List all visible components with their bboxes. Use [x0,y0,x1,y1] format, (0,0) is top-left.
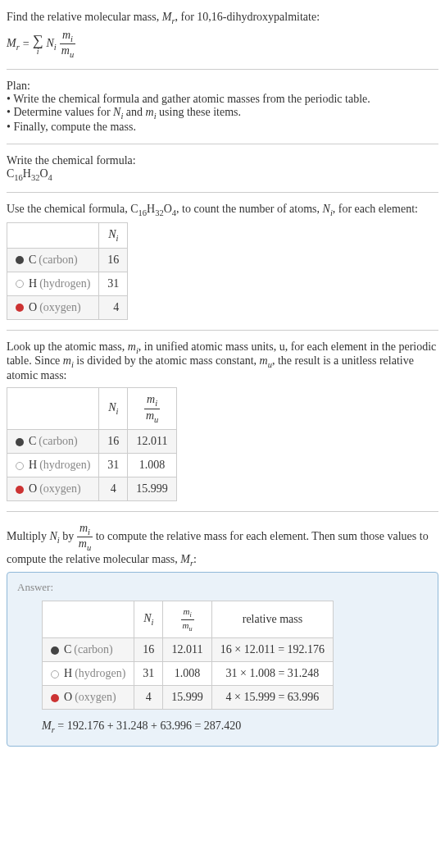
aen: (hydrogen) [75,667,125,679]
mp: Multiply [7,530,50,542]
ni-header: Ni [134,601,163,638]
carbon-dot-icon [51,646,59,655]
o: O [164,203,172,215]
eq-i: i [54,43,57,52]
divider [7,330,438,331]
cf-cn: 16 [14,173,23,182]
fnm: m [147,393,155,405]
es: C [29,435,36,447]
chemformula-title: Write the chemical formula: [7,154,438,167]
fm: M [42,720,52,732]
count-formula: C16H32O4 [130,203,176,215]
cn2: N [323,203,330,215]
table-row: O(oxygen) 4 [7,295,128,319]
hydrogen-dot-icon [51,670,59,678]
plan-b2-mid: and [123,106,145,118]
mimu-header: mi mu [163,601,212,638]
es: H [29,459,37,471]
relmass-header: relative mass [211,601,333,638]
count-ni: Ni [323,203,333,215]
afni: i [189,612,191,619]
oxygen-dot-icon [16,486,24,494]
eq-frac: mi mu [60,29,75,60]
calc-value: 4 × 15.999 = 63.996 [211,685,333,709]
mass-value: 1.008 [128,453,177,477]
element-cell: O(oxygen) [43,685,134,709]
intro-post: , for 10,16-dihydroxypalmitate: [175,11,320,23]
multiply-section: Multiply Ni by mimu to compute the relat… [7,515,438,753]
mass-value: 1.008 [163,661,212,685]
cf-hn: 32 [31,173,40,182]
count-pre: Use the chemical formula, [7,203,130,215]
cf-h: H [23,167,31,180]
element-cell: H(hydrogen) [7,272,99,295]
elem-name: (hydrogen) [39,277,90,290]
eq-ni: Ni [47,37,57,52]
ni-header: Ni [99,222,128,248]
multiply-text: Multiply Ni by mimu to compute the relat… [7,522,438,567]
mfdm: m [79,537,87,550]
count-value: 4 [99,477,128,500]
lm2: m [63,354,71,367]
ni-i: i [116,234,119,243]
calc-value: 31 × 1.008 = 31.248 [211,661,333,685]
hydrogen-dot-icon [16,280,24,288]
carbon-dot-icon [16,256,24,264]
aes: C [64,643,71,656]
plan-b2-pre: • Determine values for [7,106,113,118]
table-row: H(hydrogen) 31 [7,272,128,295]
elem-name: (oxygen) [39,301,81,313]
count-value: 31 [99,272,128,295]
element-cell: C(carbon) [7,248,99,272]
aen: (carbon) [74,643,112,656]
elem-name: (carbon) [39,254,77,266]
afdu: u [188,625,192,633]
element-cell: C(carbon) [7,429,99,453]
en: (hydrogen) [39,459,90,471]
fn: mi [144,393,160,409]
element-cell: C(carbon) [43,637,134,661]
elem-sym: O [29,301,37,313]
l1: Look up the atomic mass, [7,340,128,353]
eq-m: M [7,37,16,49]
ni-header: Ni [99,388,128,430]
frac-num: mi [60,29,75,44]
mass-value: 15.999 [163,685,212,709]
lookup-text: Look up the atomic mass, mi, in unified … [7,340,438,383]
sigma-sub: i [37,48,39,56]
eq-r: r [16,43,20,52]
mr-var: Mr [162,11,175,23]
elem-sym: C [29,254,36,266]
elem-sym: H [29,277,37,290]
atom-count-table: Ni C(carbon) 16 H(hydrogen) 31 O(oxygen)… [7,222,128,320]
en: (oxygen) [39,482,81,495]
m: m [62,29,70,41]
mult-ni: Ni [50,530,60,542]
count-post-pre: , to count the number of atoms, [176,203,322,215]
aen: (oxygen) [75,691,116,703]
count-value: 31 [99,453,128,477]
element-cell: H(hydrogen) [43,661,134,685]
plan-b2-post: using these items. [157,106,241,118]
pm: m [146,106,154,118]
answer-table: Ni mi mu relative mass C(carbon) 16 12.0… [42,601,334,710]
table-header-row: Ni mi mu relative mass [43,601,334,638]
element-cell: O(oxygen) [7,477,99,500]
ni-n: N [108,228,116,240]
afrac: mi mu [181,606,194,633]
table-row: O(oxygen) 4 15.999 4 × 15.999 = 63.996 [43,685,334,709]
mass-value: 12.011 [128,429,177,453]
cf-on: 4 [48,173,52,182]
divider [7,511,438,512]
element-cell: H(hydrogen) [7,453,99,477]
mult-frac: mimu [77,522,93,553]
plan-section: Plan: • Write the chemical formula and g… [7,73,438,140]
mfni: i [88,528,90,537]
mfd: mu [77,537,93,552]
answer-label: Answer: [17,581,428,594]
mfnm: m [79,522,88,534]
fdm: m [146,409,154,422]
chemformula-section: Write the chemical formula: C16H32O4 [7,148,438,189]
eq-lhs: Mr [7,37,20,52]
answer-box: Answer: Ni mi mu relative mass C(carbon)… [7,572,438,746]
